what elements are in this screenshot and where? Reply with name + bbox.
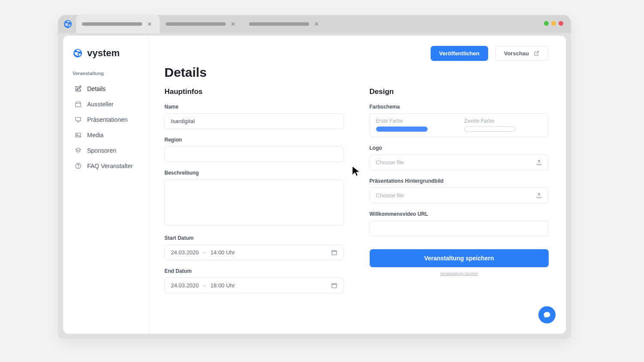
colorscheme-label: Farbschema: [370, 104, 549, 110]
sidebar-item-details[interactable]: Details: [73, 81, 141, 97]
start-date-value: 24.03.2020: [171, 249, 199, 256]
col-design: Design Farbschema Erste Farbe Zweite Far…: [370, 87, 549, 301]
sidebar-item-sponsors[interactable]: Sponsoren: [73, 143, 141, 158]
upload-icon: [536, 159, 542, 166]
svg-rect-0: [76, 103, 81, 107]
name-input[interactable]: [164, 113, 344, 129]
tab-title-placeholder: [82, 22, 142, 26]
end-date-label: End Datum: [164, 268, 344, 274]
section-title-design: Design: [370, 87, 549, 96]
brand-logo-icon: [73, 48, 83, 58]
layers-icon: [74, 147, 82, 154]
close-icon[interactable]: ×: [314, 20, 319, 28]
end-date-input[interactable]: 24.03.2020 – 18:00 Uhr: [164, 278, 344, 293]
edit-icon: [74, 85, 82, 93]
start-date-input[interactable]: 24.03.2020 – 14:00 Uhr: [164, 244, 344, 260]
browser-tab-3[interactable]: ×: [243, 15, 327, 33]
image-icon: [74, 131, 82, 139]
calendar-icon: [331, 282, 337, 289]
sidebar-item-media[interactable]: Media: [73, 127, 141, 143]
browser-frame: × × × vystem Veranstaltung: [58, 15, 571, 339]
browser-tab-2[interactable]: ×: [160, 15, 243, 33]
field-name: Name: [164, 104, 344, 129]
region-input[interactable]: [164, 146, 344, 162]
bg-file-placeholder: Choose file: [376, 192, 404, 199]
section-title-hauptinfos: Hauptinfos: [164, 87, 344, 96]
description-label: Beschreibung: [164, 170, 344, 176]
color2-label: Zweite Farbe: [464, 118, 542, 124]
sidebar-item-aussteller[interactable]: Aussteller: [73, 97, 141, 112]
window-close-icon[interactable]: [559, 21, 563, 26]
field-description: Beschreibung: [164, 170, 344, 227]
field-region: Region: [164, 137, 344, 162]
svg-rect-7: [331, 284, 336, 288]
video-label: Willkommensvideo URL: [370, 211, 549, 217]
svg-rect-6: [331, 250, 336, 255]
preview-button-label: Vorschau: [504, 50, 529, 57]
sidebar-item-label: Aussteller: [87, 101, 113, 108]
external-link-icon: [533, 50, 540, 57]
sidebar-item-label: Details: [87, 85, 106, 92]
storefront-icon: [74, 100, 82, 108]
sidebar-item-label: FAQ Veranstalter: [87, 163, 133, 169]
tab-title-placeholder: [249, 22, 309, 26]
svg-point-5: [78, 167, 79, 168]
brand-name: vystem: [87, 48, 120, 59]
close-icon[interactable]: ×: [147, 20, 152, 28]
bg-label: Präsentations Hintergrundbild: [370, 178, 549, 184]
window-minimize-icon[interactable]: [544, 21, 549, 26]
preview-button[interactable]: Vorschau: [495, 46, 549, 61]
topbar: Veröffentlichen Vorschau: [164, 46, 549, 61]
end-date-value: 24.03.2020: [171, 282, 199, 289]
field-background: Präsentations Hintergrundbild Choose fil…: [370, 178, 549, 203]
field-logo: Logo Choose file: [370, 145, 549, 170]
window-controls: [544, 21, 563, 26]
start-time-value: 14:00 Uhr: [210, 249, 235, 256]
main-content: Veröffentlichen Vorschau Details Hauptin…: [149, 36, 566, 334]
region-label: Region: [164, 137, 344, 143]
svg-rect-1: [76, 118, 81, 121]
browser-tab-bar: × × ×: [58, 15, 571, 33]
color1-swatch[interactable]: [376, 127, 428, 132]
close-icon[interactable]: ×: [231, 20, 236, 28]
tab-title-placeholder: [166, 22, 226, 26]
field-video-url: Willkommensvideo URL: [370, 211, 549, 236]
logo-file-input[interactable]: Choose file: [370, 154, 549, 170]
end-time-value: 18:00 Uhr: [210, 282, 235, 289]
browser-tab-1[interactable]: ×: [76, 15, 160, 33]
bg-file-input[interactable]: Choose file: [370, 187, 549, 203]
logo-label: Logo: [370, 145, 549, 151]
sidebar-heading: Veranstaltung: [73, 71, 141, 76]
browser-logo-icon: [63, 19, 73, 29]
description-input[interactable]: [164, 179, 344, 226]
window-maximize-icon[interactable]: [551, 21, 556, 26]
video-url-input[interactable]: [370, 220, 549, 236]
chat-fab[interactable]: [538, 306, 556, 323]
calendar-icon: [331, 249, 337, 256]
sidebar-item-label: Sponsoren: [87, 147, 116, 154]
help-icon: [74, 162, 82, 170]
field-colorscheme: Farbschema Erste Farbe Zweite Farbe: [370, 104, 549, 137]
chat-icon: [543, 311, 551, 319]
sidebar-item-presentations[interactable]: Präsentationen: [73, 112, 141, 127]
upload-icon: [536, 192, 542, 199]
delete-event-link[interactable]: Veranstaltung löschen: [370, 272, 549, 276]
sidebar-item-label: Media: [87, 132, 103, 139]
name-label: Name: [164, 104, 344, 110]
color2-swatch[interactable]: [464, 127, 516, 132]
sidebar-item-faq[interactable]: FAQ Veranstalter: [73, 158, 141, 174]
save-event-button[interactable]: Veranstaltung speichern: [370, 249, 549, 267]
columns: Hauptinfos Name Region Beschreibung: [164, 87, 549, 301]
field-end-date: End Datum 24.03.2020 – 18:00 Uhr: [164, 268, 344, 293]
app-window: vystem Veranstaltung Details Aussteller: [63, 36, 566, 334]
brand: vystem: [73, 48, 141, 59]
sidebar-item-label: Präsentationen: [87, 116, 128, 123]
publish-button[interactable]: Veröffentlichen: [431, 46, 488, 61]
logo-file-placeholder: Choose file: [376, 159, 404, 166]
monitor-icon: [74, 116, 82, 124]
start-date-label: Start Datum: [164, 235, 344, 241]
color1-label: Erste Farbe: [376, 118, 454, 124]
field-start-date: Start Datum 24.03.2020 – 14:00 Uhr: [164, 235, 344, 260]
col-hauptinfos: Hauptinfos Name Region Beschreibung: [164, 87, 344, 301]
sidebar: vystem Veranstaltung Details Aussteller: [63, 36, 149, 334]
